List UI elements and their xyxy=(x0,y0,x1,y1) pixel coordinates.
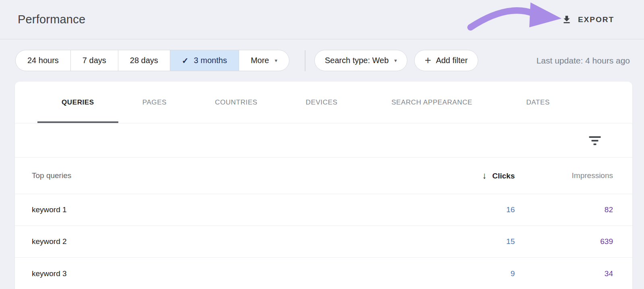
clicks-cell: 16 xyxy=(434,205,515,214)
search-type-label: Search type: Web xyxy=(325,56,389,65)
page-title: Performance xyxy=(18,13,85,26)
more-label: More xyxy=(251,56,269,65)
impressions-cell: 82 xyxy=(515,205,613,214)
add-filter-button[interactable]: + Add filter xyxy=(414,50,478,71)
top-header: Performance EXPORT xyxy=(0,0,644,39)
clicks-header-label: Clicks xyxy=(492,172,515,180)
table-row[interactable]: keyword 3 9 34 xyxy=(15,258,632,289)
chevron-down-icon: ▾ xyxy=(394,57,397,64)
divider xyxy=(305,50,305,71)
date-range-label: 28 days xyxy=(130,56,158,65)
tab-label: QUERIES xyxy=(62,98,94,107)
last-update-text: Last update: 4 hours ago xyxy=(537,56,630,66)
tab-devices[interactable]: DEVICES xyxy=(282,82,362,123)
table-header: Top queries ↓Clicks Impressions xyxy=(15,158,632,194)
clicks-cell: 9 xyxy=(434,269,515,278)
export-button[interactable]: EXPORT xyxy=(561,14,614,25)
add-filter-label: Add filter xyxy=(436,56,468,65)
table-row[interactable]: keyword 1 16 82 xyxy=(15,194,632,226)
date-range-7-days[interactable]: 7 days xyxy=(70,50,118,71)
tab-countries[interactable]: COUNTRIES xyxy=(191,82,282,123)
date-range-28-days[interactable]: 28 days xyxy=(118,50,170,71)
query-cell: keyword 2 xyxy=(32,237,434,246)
date-range-group: 24 hours 7 days 28 days ✓ 3 months More … xyxy=(15,50,289,71)
clicks-cell: 15 xyxy=(434,237,515,246)
filter-bar: 24 hours 7 days 28 days ✓ 3 months More … xyxy=(0,39,644,82)
plus-icon: + xyxy=(425,55,431,66)
tab-search-appearance[interactable]: SEARCH APPEARANCE xyxy=(367,82,496,123)
export-label: EXPORT xyxy=(578,15,614,24)
filter-icon[interactable] xyxy=(589,136,601,145)
annotation-arrow xyxy=(465,2,566,35)
impressions-cell: 34 xyxy=(515,269,613,278)
date-range-label: 24 hours xyxy=(27,56,59,65)
tab-label: PAGES xyxy=(142,98,167,107)
download-icon xyxy=(561,14,572,25)
tabs-row: QUERIES PAGES COUNTRIES DEVICES SEARCH A… xyxy=(15,82,632,123)
impressions-cell: 639 xyxy=(515,237,613,246)
tab-label: DEVICES xyxy=(306,98,338,107)
column-header-clicks[interactable]: ↓Clicks xyxy=(434,170,515,181)
date-range-label: 7 days xyxy=(83,56,106,65)
table-filter-row xyxy=(15,123,632,158)
tab-queries[interactable]: QUERIES xyxy=(37,82,118,123)
tab-dates[interactable]: DATES xyxy=(502,82,574,123)
date-range-24-hours[interactable]: 24 hours xyxy=(16,50,70,71)
check-icon: ✓ xyxy=(182,56,189,66)
tab-label: COUNTRIES xyxy=(215,98,258,107)
column-header-top-queries[interactable]: Top queries xyxy=(32,171,434,180)
report-card: QUERIES PAGES COUNTRIES DEVICES SEARCH A… xyxy=(15,82,632,289)
sort-descending-icon: ↓ xyxy=(482,170,487,180)
column-header-impressions[interactable]: Impressions xyxy=(515,171,613,180)
date-range-3-months[interactable]: ✓ 3 months xyxy=(170,50,239,71)
search-type-button[interactable]: Search type: Web ▾ xyxy=(314,50,407,71)
query-cell: keyword 3 xyxy=(32,269,434,278)
table-row[interactable]: keyword 2 15 639 xyxy=(15,226,632,258)
active-tab-underline xyxy=(37,121,118,123)
tab-pages[interactable]: PAGES xyxy=(118,82,191,123)
query-cell: keyword 1 xyxy=(32,205,434,214)
date-range-label: 3 months xyxy=(194,56,227,65)
date-range-more-button[interactable]: More ▾ xyxy=(239,50,289,71)
tab-label: SEARCH APPEARANCE xyxy=(391,98,472,107)
tab-label: DATES xyxy=(526,98,549,107)
chevron-down-icon: ▾ xyxy=(275,57,277,64)
